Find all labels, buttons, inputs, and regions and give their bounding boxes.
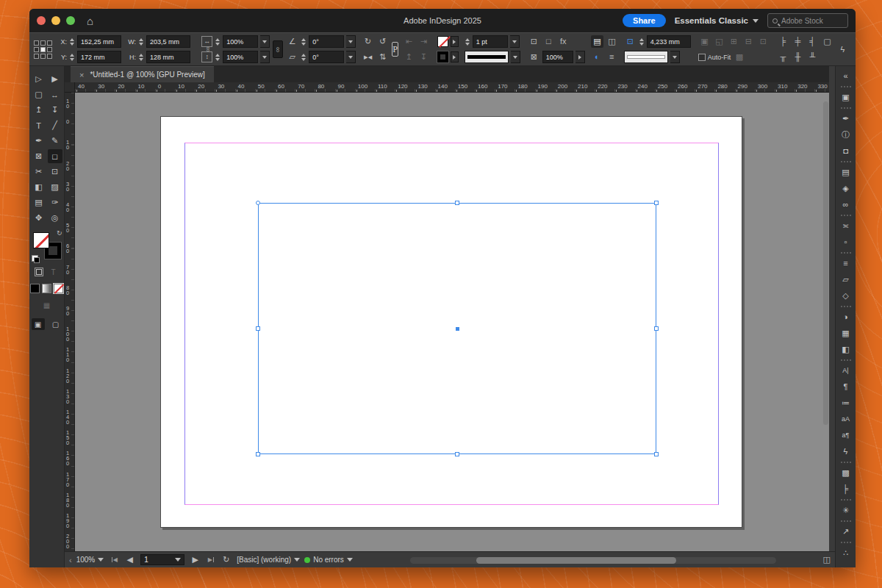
constrain-scale-link-button[interactable]: ∞ bbox=[273, 40, 283, 58]
color-panel-icon[interactable]: ◑ bbox=[838, 309, 854, 324]
distribute-top-icon[interactable]: ↥ bbox=[403, 51, 415, 63]
gradient-panel-icon[interactable]: ◧ bbox=[838, 342, 854, 356]
swap-fill-stroke-icon[interactable]: ↻ bbox=[57, 229, 62, 237]
flip-vertical-icon[interactable]: ⇅ bbox=[376, 51, 389, 63]
select-container-indicator[interactable]: P bbox=[392, 42, 398, 57]
distribute-bottom-icon[interactable]: ↧ bbox=[417, 51, 430, 63]
stroke-type-arrow[interactable] bbox=[670, 51, 680, 63]
home-icon[interactable]: ⌂ bbox=[87, 15, 93, 27]
comments-panel-icon[interactable]: ◘ bbox=[838, 143, 854, 158]
effects-fx-icon[interactable]: fx bbox=[557, 35, 570, 48]
stroke-swatch-arrow[interactable] bbox=[451, 51, 459, 62]
wrap-offset-icon[interactable]: ⊡ bbox=[624, 35, 637, 48]
paragraph-styles-panel-icon[interactable]: a¶ bbox=[838, 428, 854, 442]
content-grabber-icon[interactable]: ▩ bbox=[733, 51, 745, 63]
close-window-button[interactable] bbox=[37, 16, 46, 25]
frame-center-point[interactable] bbox=[456, 327, 459, 331]
workspace-switcher[interactable]: Essentials Classic bbox=[675, 16, 759, 25]
hand-tool[interactable]: ✥ bbox=[32, 211, 46, 225]
frame-handle-top-left[interactable] bbox=[256, 201, 260, 205]
x-field[interactable]: 152,25 mm bbox=[77, 35, 121, 48]
shear-stepper[interactable] bbox=[301, 54, 306, 61]
direct-selection-tool[interactable]: ▶ bbox=[48, 72, 62, 86]
zoom-window-button[interactable] bbox=[66, 16, 75, 25]
fill-frame-proportionally-icon[interactable]: ▣ bbox=[698, 35, 711, 48]
screen-mode-icon[interactable]: ▦ bbox=[41, 299, 53, 311]
align-center-quick-icon[interactable]: ≡ bbox=[606, 51, 618, 63]
default-fill-stroke-icon[interactable] bbox=[32, 255, 38, 262]
rotation-dropdown[interactable] bbox=[346, 35, 356, 48]
adobe-express-panel-icon[interactable]: ∴ bbox=[838, 545, 854, 560]
stroke-type-dropdown[interactable] bbox=[624, 51, 668, 63]
bookmarks-panel-icon[interactable]: ▤ bbox=[838, 165, 854, 179]
scale-y-field[interactable]: 100% bbox=[223, 51, 258, 63]
frame-handle-middle-left[interactable] bbox=[256, 326, 260, 331]
scale-x-field[interactable]: 100% bbox=[223, 35, 258, 48]
stroke-weight-stepper[interactable] bbox=[465, 38, 470, 46]
fill-swatch-none[interactable] bbox=[437, 36, 448, 47]
drop-shadow-icon[interactable]: ◐ bbox=[591, 51, 603, 63]
object-styles-panel-icon[interactable]: ▩ bbox=[838, 465, 854, 480]
apply-color-button[interactable] bbox=[30, 284, 40, 293]
frame-handle-bottom-right[interactable] bbox=[654, 452, 659, 456]
selected-frame[interactable] bbox=[258, 203, 656, 454]
export-panel-icon[interactable]: ↗ bbox=[838, 524, 854, 539]
zoom-level-control[interactable]: 100% bbox=[76, 556, 104, 564]
formatting-affects-text-button[interactable]: T bbox=[48, 266, 60, 278]
preview-view-button[interactable]: ▢ bbox=[49, 318, 62, 330]
reference-point-proxy[interactable] bbox=[34, 40, 52, 59]
vertical-ruler[interactable]: 1001020304050607080901001101201301401501… bbox=[65, 93, 75, 551]
fit-content-to-frame-icon[interactable]: ⊟ bbox=[742, 35, 755, 48]
scissors-tool[interactable]: ✂ bbox=[32, 165, 46, 179]
corner-shape-icon[interactable]: □ bbox=[542, 35, 555, 48]
wrap-offset-stepper[interactable] bbox=[639, 38, 645, 46]
stroke-weight-dropdown[interactable] bbox=[510, 35, 520, 48]
glyphs-panel-icon[interactable]: ≔ bbox=[838, 395, 854, 410]
wrap-offset-field[interactable]: 4,233 mm bbox=[647, 35, 691, 48]
effects-panel-icon[interactable]: ✳ bbox=[838, 503, 854, 517]
pencil-tool[interactable]: ✎ bbox=[48, 134, 62, 148]
pages-view-icon[interactable]: ◫ bbox=[823, 555, 831, 564]
last-page-icon[interactable]: ▶ bbox=[204, 553, 217, 566]
preflight-status[interactable]: No errors bbox=[304, 556, 353, 564]
fill-swatch-arrow[interactable] bbox=[451, 36, 459, 47]
rotation-field[interactable]: 0° bbox=[309, 35, 344, 48]
pathfinder-panel-icon[interactable]: ◇ bbox=[838, 288, 854, 303]
distribute-space-v-icon[interactable]: ⇥ bbox=[417, 35, 430, 48]
free-transform-tool[interactable]: ⊡ bbox=[48, 165, 62, 179]
fill-none-swatch[interactable] bbox=[33, 232, 49, 248]
character-panel-icon[interactable]: A| bbox=[838, 363, 854, 378]
opacity-field[interactable]: 100% bbox=[542, 51, 573, 63]
distribute-space-h-icon[interactable]: ⇤ bbox=[403, 35, 415, 48]
shear-field[interactable]: 0° bbox=[309, 51, 344, 63]
frame-handle-top-right[interactable] bbox=[654, 201, 659, 205]
frame-handle-top-middle[interactable] bbox=[455, 201, 459, 205]
next-page-icon[interactable]: ▶ bbox=[189, 553, 201, 566]
prev-page-icon[interactable]: ◀ bbox=[123, 553, 136, 566]
apply-gradient-button[interactable] bbox=[42, 284, 51, 293]
frame-tool[interactable]: ⊠ bbox=[32, 149, 46, 163]
scale-y-stepper[interactable] bbox=[215, 54, 220, 61]
h-field[interactable]: 128 mm bbox=[146, 51, 190, 63]
content-placer-tool[interactable]: ↧ bbox=[48, 103, 62, 117]
paragraph-panel-icon[interactable]: ¶ bbox=[838, 379, 854, 394]
page-number-box[interactable]: 1 bbox=[140, 554, 184, 565]
align-panel-icon[interactable]: ╞ bbox=[838, 481, 854, 496]
stroke-panel-icon[interactable]: ≍ bbox=[838, 218, 854, 233]
horizontal-ruler[interactable]: 4030201001020304050607080901001101201301… bbox=[75, 82, 829, 93]
wrap-around-bounding-box-icon[interactable]: ◫ bbox=[606, 35, 618, 48]
object-states-panel-icon[interactable]: ▱ bbox=[838, 272, 854, 287]
horizontal-scrollbar-thumb[interactable] bbox=[476, 557, 676, 564]
normal-view-button[interactable]: ▣ bbox=[32, 318, 45, 330]
scale-x-dropdown[interactable] bbox=[260, 35, 270, 48]
links-panel-icon[interactable]: ∞ bbox=[838, 197, 854, 212]
stock-search[interactable] bbox=[767, 13, 848, 28]
swatches-panel-icon[interactable]: ▦ bbox=[838, 326, 854, 340]
scale-x-stepper[interactable] bbox=[215, 38, 220, 46]
align-right-icon[interactable]: ╡ bbox=[806, 35, 819, 48]
gap-tool[interactable]: ↔ bbox=[48, 87, 62, 101]
pages-panel-icon[interactable]: ▣ bbox=[838, 90, 854, 104]
w-stepper[interactable] bbox=[138, 38, 144, 46]
autofit-checkbox[interactable] bbox=[698, 54, 706, 61]
gpu-performance-icon[interactable]: ϟ bbox=[836, 43, 849, 56]
